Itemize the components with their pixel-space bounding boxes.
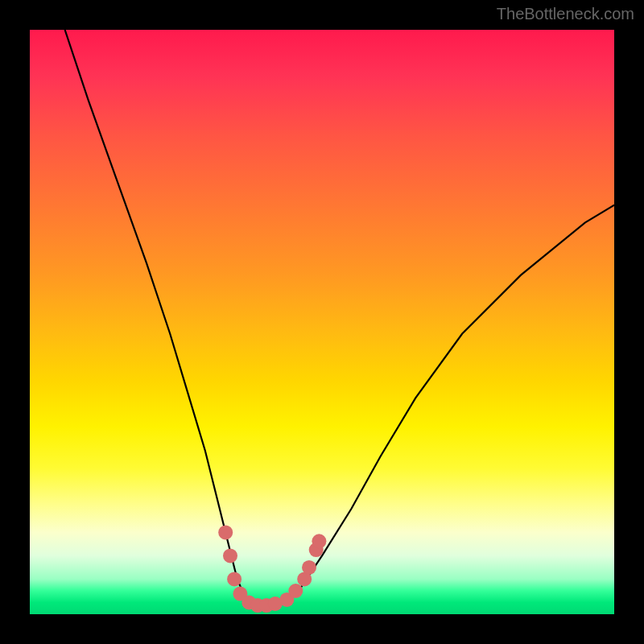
marker-dot [288, 584, 303, 598]
marker-dot [312, 534, 326, 548]
watermark-text: TheBottleneck.com [497, 5, 634, 23]
marker-dot [227, 572, 242, 586]
plot-area [30, 30, 614, 614]
chart-container: TheBottleneck.com [0, 0, 644, 644]
marker-dot [218, 525, 233, 539]
bottleneck-curve [65, 30, 614, 605]
marker-dot [302, 560, 316, 575]
marker-dot [223, 548, 237, 563]
curve-layer [30, 30, 614, 614]
